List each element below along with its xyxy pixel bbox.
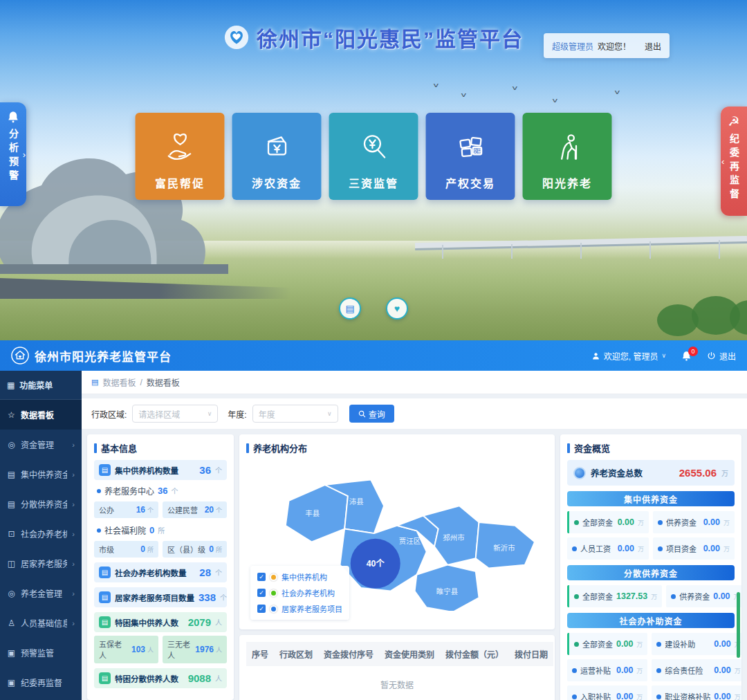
discipline-supervision-tab[interactable]: ☭ 纪委再监督 ‹ (721, 107, 747, 216)
content-grid: 基本信息 ▤ 集中供养机构数量 36个 养老服务中心36个 公办16个公建民营2… (82, 429, 747, 700)
search-icon (358, 410, 366, 418)
table-column-header: 拨付日期 (509, 642, 553, 666)
table-column-header: 拨付金额（元） (440, 642, 509, 666)
scrollbar-thumb[interactable] (737, 592, 740, 658)
bird-icon: v (615, 89, 620, 95)
map-region-label: 丰县 (305, 509, 320, 517)
screen-icon: ▣ (7, 678, 16, 688)
bullet-dot-icon (671, 594, 676, 599)
quick-action-dashboard-button[interactable]: ▤ (339, 297, 361, 320)
header-user-menu[interactable]: 欢迎您, 管理员 ∨ (591, 350, 666, 362)
sidebar-item-label: 分散供养资金 (21, 498, 67, 510)
sidebar-menu-header: ▦ 功能菜单 (0, 371, 82, 400)
sidebar-item[interactable]: ◎ 资金管理 › (0, 430, 82, 459)
hero-tile-label: 产权交易 (445, 174, 495, 191)
hero-tile[interactable]: 涉农资金 (232, 113, 322, 200)
map-legend: ✓ 集中供养机构 ✓ 社会办养老机构 ✓ 居家养老服务项目 (250, 566, 349, 620)
map-count-label: 40个 (367, 558, 385, 569)
map-legend-item[interactable]: ✓ 居家养老服务项目 (257, 603, 342, 614)
table-column-header: 序号 (246, 642, 274, 666)
left-column: 基本信息 ▤ 集中供养机构数量 36个 养老服务中心36个 公办16个公建民营2… (87, 434, 234, 700)
checkbox-checked-icon[interactable]: ✓ (257, 589, 266, 597)
chevron-down-icon: ∨ (208, 410, 212, 417)
info-bullet-row: 养老服务中心36个 (94, 480, 227, 498)
map-pin-icon (270, 573, 277, 581)
sidebar-item[interactable]: ▣ 预警监管 (0, 638, 82, 667)
sidebar-item[interactable]: ▢ 文件库 (0, 697, 82, 700)
sidebar-item[interactable]: ⊡ 社会办养老机构 › (0, 519, 82, 549)
hero-tile[interactable]: 富民帮促 (136, 113, 225, 200)
hero-tile[interactable]: 交易 产权交易 (426, 113, 515, 200)
info-chip: 五保老人103人 (94, 636, 158, 663)
bullet-dot-icon (574, 642, 579, 647)
funds-total-row: 养老资金总数 2655.06 万 (567, 460, 735, 486)
search-button[interactable]: 查询 (349, 405, 394, 423)
chevron-right-icon: › (72, 619, 75, 627)
sidebar-item[interactable]: ▤ 分散供养资金 › (0, 489, 82, 519)
hero-tile[interactable]: 阳光养老 (523, 113, 612, 200)
sidebar-item[interactable]: ◎ 养老金管理 › (0, 578, 82, 608)
bird-icon: v (553, 97, 557, 104)
bird-icon: v (461, 91, 466, 98)
sidebar-item[interactable]: ☆ 数据看板 (0, 400, 82, 430)
header-welcome: 欢迎您, 管理员 (604, 350, 658, 362)
hero-welcome: 欢迎您！ (598, 40, 631, 52)
sidebar-item-label: 数据看板 (21, 409, 75, 421)
fund-item: 综合责任险 0.00万 (652, 659, 741, 681)
sidebar-item[interactable]: ♙ 人员基础信息 › (0, 608, 82, 638)
info-card-header: ▤ 特困分散供养人数 9088人 (94, 668, 227, 688)
info-card-header: ▤ 特困集中供养人数 2079人 (94, 612, 227, 632)
screen-icon: ▣ (7, 648, 16, 658)
header-notifications-button[interactable]: 0 (681, 351, 692, 361)
fund-item: 入职补贴 0.00万 (567, 685, 647, 700)
region-select[interactable]: 请选择区域 ∨ (132, 405, 218, 423)
bullet-dot-icon (656, 668, 661, 673)
map-pin-icon (270, 589, 277, 597)
chevron-right-icon: › (72, 470, 75, 479)
fund-item: 职业资格补贴 0.00万 (652, 685, 741, 700)
dashboard-body: ▦ 功能菜单 ☆ 数据看板 ◎ 资金管理 ›▤ 集中供养资金 ›▤ 分散供养资金… (0, 371, 747, 700)
document-icon: ▤ (91, 378, 98, 387)
map-legend-item[interactable]: ✓ 社会办养老机构 (257, 587, 342, 598)
funds-total-unit: 万 (721, 468, 728, 478)
map-legend-item[interactable]: ✓ 集中供养机构 (257, 571, 342, 582)
hero-logout-button[interactable]: 退出 (645, 40, 661, 52)
breadcrumb-item[interactable]: 数据看板 (102, 376, 136, 388)
fund-group-banner: 社会办补助资金 (567, 613, 735, 628)
sidebar-item[interactable]: ▣ 纪委再监督 (0, 667, 82, 697)
fund-group-banner: 集中供养资金 (567, 491, 735, 506)
document-icon: ▤ (99, 616, 111, 628)
basic-info-cards: ▤ 集中供养机构数量 36个 养老服务中心36个 公办16个公建民营20个 社会… (94, 460, 227, 688)
star-icon: ☆ (7, 410, 16, 420)
org-icon: ⊡ (7, 529, 16, 539)
chevron-right-icon: › (72, 530, 75, 538)
sidebar-item[interactable]: ◫ 居家养老服务项目 › (0, 549, 82, 578)
analysis-warning-tab[interactable]: 分析预警 › (0, 102, 26, 206)
table-column-header: 资金拨付序号 (318, 642, 379, 666)
right-column: 资金概览 养老资金总数 2655.06 万 集中供养资金 全部资金 0.00万 … (560, 434, 741, 700)
funds-table-panel: 序号行政区划资金拨付序号资金使用类别拨付金额（元）拨付日期 暂无数据 共 0 条… (239, 635, 555, 700)
hero-tile[interactable]: 三资监管 (329, 113, 418, 200)
bullet-dot-icon (656, 694, 661, 699)
quick-action-care-button[interactable]: ♥ (386, 297, 408, 320)
basic-info-title: 基本信息 (94, 441, 227, 454)
hero-tile-label: 三资监管 (349, 174, 398, 191)
hand-heart-icon (163, 113, 197, 174)
sidebar-item[interactable]: ▤ 集中供养资金 › (0, 459, 82, 489)
fund-group-banner: 分散供养资金 (567, 565, 735, 580)
header-logout-button[interactable]: 退出 (707, 350, 736, 362)
year-select[interactable]: 年度 ∨ (252, 405, 338, 423)
fund-item: 项目资金 0.00万 (653, 537, 735, 560)
trees (512, 291, 747, 340)
checkbox-checked-icon[interactable]: ✓ (257, 573, 266, 581)
funds-table: 序号行政区划资金拨付序号资金使用类别拨付金额（元）拨付日期 (246, 642, 553, 666)
region-filter-label: 行政区域: (91, 408, 127, 420)
checkbox-checked-icon[interactable]: ✓ (257, 605, 266, 613)
blocks-trade-icon: 交易 (453, 113, 488, 174)
sidebar-item-label: 养老金管理 (21, 587, 67, 599)
map-region-label: 贾汪区 (399, 537, 421, 545)
funds-total-value: 2655.06 (679, 467, 717, 479)
institution-map-panel: 养老机构分布 (239, 434, 555, 629)
fund-item: 人员工资 0.00万 (567, 537, 649, 560)
fund-item: 全部资金 1327.53万 (567, 585, 662, 607)
